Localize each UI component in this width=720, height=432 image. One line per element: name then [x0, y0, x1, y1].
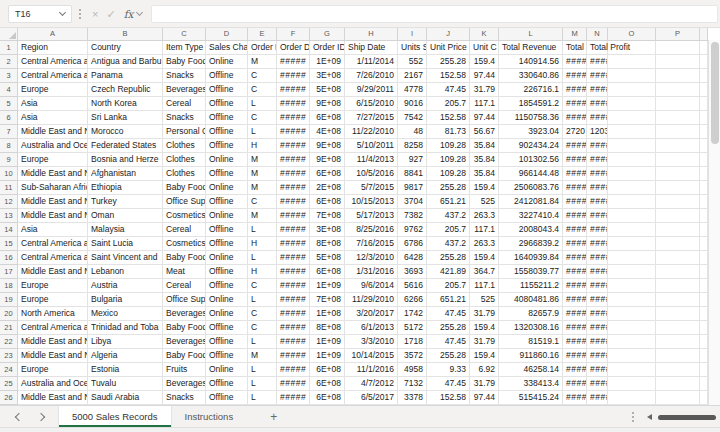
cell[interactable]: Baby Food	[163, 55, 206, 69]
cell[interactable]	[700, 349, 708, 363]
cell[interactable]: 651.21	[427, 293, 470, 307]
cell[interactable]: #####	[277, 321, 310, 335]
cell[interactable]: 31.79	[470, 377, 499, 391]
cell[interactable]: 47.45	[427, 377, 470, 391]
cell[interactable]: 6E+08	[310, 265, 345, 279]
cell[interactable]: 1203	[587, 125, 608, 139]
cell[interactable]	[700, 237, 708, 251]
cell[interactable]: 9762	[398, 223, 427, 237]
cell[interactable]: Central America a	[18, 251, 88, 265]
cell[interactable]: 437.2	[427, 237, 470, 251]
cell[interactable]	[656, 69, 700, 83]
cell[interactable]	[656, 41, 700, 55]
row-header-24[interactable]: 24	[0, 363, 18, 377]
cell[interactable]: 117.1	[470, 223, 499, 237]
cell[interactable]: ####	[563, 223, 587, 237]
cell[interactable]: #####	[277, 349, 310, 363]
cell[interactable]: 152.58	[427, 69, 470, 83]
cell[interactable]	[656, 195, 700, 209]
cell[interactable]: ####	[563, 363, 587, 377]
cell[interactable]: ####	[587, 307, 608, 321]
cell[interactable]	[608, 69, 656, 83]
cell[interactable]: 3E+08	[310, 69, 345, 83]
cell[interactable]: 140914.56	[499, 55, 563, 69]
col-header-O[interactable]: O	[608, 28, 656, 41]
tab-5000-sales-records[interactable]: 5000 Sales Records	[58, 406, 172, 427]
cell[interactable]	[656, 391, 700, 405]
cell[interactable]: ####	[587, 153, 608, 167]
cell[interactable]: 1558039.77	[499, 265, 563, 279]
cell[interactable]: 911860.16	[499, 349, 563, 363]
cell[interactable]: Asia	[18, 97, 88, 111]
cell[interactable]: 2966839.2	[499, 237, 563, 251]
row-header-9[interactable]: 9	[0, 153, 18, 167]
tab-instructions[interactable]: Instructions	[172, 406, 247, 427]
cell[interactable]: ####	[563, 321, 587, 335]
scroll-left-icon[interactable]	[647, 414, 652, 420]
cell[interactable]: 152.58	[427, 111, 470, 125]
cell[interactable]: C	[248, 307, 277, 321]
cell[interactable]: Bosnia and Herze	[88, 153, 163, 167]
col-header-G[interactable]: G	[310, 28, 345, 41]
cell[interactable]: 2720	[563, 125, 587, 139]
cell[interactable]: Australia and Oce	[18, 139, 88, 153]
cell[interactable]: #####	[277, 111, 310, 125]
cell[interactable]: 205.7	[427, 279, 470, 293]
cell[interactable]	[656, 335, 700, 349]
cell[interactable]: 255.28	[427, 349, 470, 363]
cell[interactable]: #####	[277, 209, 310, 223]
cell[interactable]: C	[248, 111, 277, 125]
cell[interactable]: Offline	[206, 111, 248, 125]
row-header-4[interactable]: 4	[0, 83, 18, 97]
cell[interactable]: ####	[587, 279, 608, 293]
cell[interactable]: 1320308.16	[499, 321, 563, 335]
cell[interactable]: #####	[277, 125, 310, 139]
cell[interactable]: Central America a	[18, 69, 88, 83]
cell[interactable]: Central America a	[18, 55, 88, 69]
cell[interactable]: ####	[587, 237, 608, 251]
cell[interactable]	[608, 181, 656, 195]
cell[interactable]: L	[248, 293, 277, 307]
cell[interactable]: Libya	[88, 335, 163, 349]
formula-input[interactable]	[152, 9, 717, 25]
row-header-20[interactable]: 20	[0, 307, 18, 321]
col-header-C[interactable]: C	[163, 28, 206, 41]
row-header-14[interactable]: 14	[0, 223, 18, 237]
cell[interactable]: 7382	[398, 209, 427, 223]
insert-function-button[interactable]: fx	[120, 5, 138, 23]
cell[interactable]	[700, 209, 708, 223]
cell[interactable]	[608, 265, 656, 279]
cell[interactable]: 966144.48	[499, 167, 563, 181]
cell[interactable]: 10/5/2016	[345, 167, 398, 181]
cell[interactable]: Clothes	[163, 139, 206, 153]
cell[interactable]: Offline	[206, 69, 248, 83]
cell[interactable]: Europe	[18, 279, 88, 293]
cell[interactable]: Clothes	[163, 153, 206, 167]
cell[interactable]: 7/27/2015	[345, 111, 398, 125]
cell[interactable]: ####	[587, 251, 608, 265]
cell[interactable]: Asia	[18, 223, 88, 237]
function-chevron-down-icon[interactable]	[136, 9, 143, 16]
cell[interactable]: 255.28	[427, 251, 470, 265]
cell[interactable]	[656, 377, 700, 391]
cell[interactable]: #####	[277, 83, 310, 97]
cell[interactable]: Middle East and N	[18, 265, 88, 279]
cell[interactable]: 9817	[398, 181, 427, 195]
cell[interactable]: Middle East and N	[18, 167, 88, 181]
cell[interactable]: M	[248, 209, 277, 223]
cell[interactable]: Federated States	[88, 139, 163, 153]
cell[interactable]: ####	[563, 279, 587, 293]
cell[interactable]: H	[248, 265, 277, 279]
cell[interactable]: 338413.4	[499, 377, 563, 391]
cell[interactable]: Office Sup	[163, 195, 206, 209]
cell[interactable]: 1640939.84	[499, 251, 563, 265]
cell[interactable]: Bulgaria	[88, 293, 163, 307]
row-header-11[interactable]: 11	[0, 181, 18, 195]
cell[interactable]	[700, 377, 708, 391]
cell[interactable]: 11/4/2013	[345, 153, 398, 167]
cell[interactable]: M	[248, 181, 277, 195]
cell[interactable]: Central America a	[18, 321, 88, 335]
cell[interactable]: ####	[587, 195, 608, 209]
cell[interactable]	[656, 251, 700, 265]
cell[interactable]: 5/7/2015	[345, 181, 398, 195]
